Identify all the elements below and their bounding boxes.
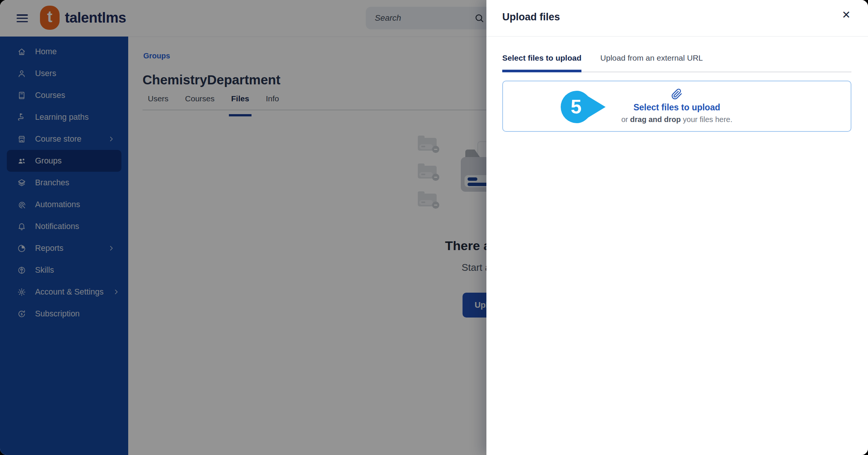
tab-external-url[interactable]: Upload from an external URL [600,47,703,72]
step-number: 5 [571,96,582,118]
tutorial-step-pointer: 5 [560,90,607,124]
select-files-link[interactable]: Select files to upload [633,102,720,113]
app-window: t talentlms Home Users Courses Learning … [0,0,868,455]
pointer-shape [561,91,606,123]
upload-files-panel: Upload files ✕ Select files to upload Up… [486,0,868,455]
dropzone-hint: or drag and drop your files here. [621,115,733,124]
tab-select-files[interactable]: Select files to upload [502,47,581,72]
close-icon[interactable]: ✕ [842,10,851,20]
file-dropzone[interactable]: Select files to upload or drag and drop … [502,81,851,132]
paperclip-icon [671,89,682,100]
modal-title: Upload files [502,11,560,23]
upload-tabs: Select files to upload Upload from an ex… [502,47,851,72]
modal-divider [486,36,868,37]
